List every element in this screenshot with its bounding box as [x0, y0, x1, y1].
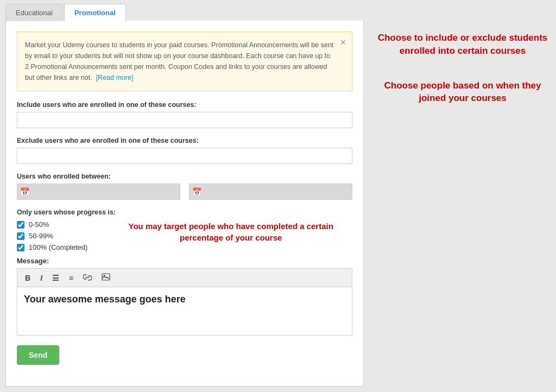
progress-0-50-label: 0-50% — [29, 220, 49, 229]
date-end-wrapper: 📅 — [189, 184, 352, 200]
progress-hint: You may target people who have completed… — [109, 220, 352, 243]
send-button[interactable]: Send — [17, 345, 59, 365]
right-panel: Choose to include or exclude students en… — [369, 21, 556, 392]
date-start-wrapper: 📅 — [17, 184, 180, 200]
progress-options-row: 0-50% 50-99% 100% (Completed) You may ta… — [17, 220, 352, 255]
include-field-group: Include users who are enrolled in one of… — [17, 101, 352, 128]
progress-50-99-checkbox[interactable] — [17, 232, 24, 240]
message-editor[interactable]: Your awesome message goes here — [17, 287, 352, 336]
svg-rect-0 — [102, 274, 110, 280]
alert-box: Market your Udemy courses to students in… — [17, 31, 352, 91]
alert-read-more-link[interactable]: [Read more] — [96, 74, 134, 81]
exclude-input[interactable] — [17, 148, 352, 164]
progress-0-50-row: 0-50% — [17, 220, 87, 229]
date-row: 📅 📅 — [17, 184, 352, 200]
enrolled-between-hint: Choose people based on when they joined … — [375, 79, 551, 105]
editor-toolbar: B I ☰ ≡ — [17, 268, 352, 287]
progress-100-row: 100% (Completed) — [17, 243, 87, 251]
progress-label: Only users whose progress is: — [17, 208, 352, 216]
italic-button[interactable]: I — [38, 273, 45, 283]
progress-checkboxes: 0-50% 50-99% 100% (Completed) — [17, 220, 87, 255]
date-end-input[interactable] — [189, 184, 352, 200]
enrolled-between-label: Users who enrolled between: — [17, 173, 352, 180]
tab-educational[interactable]: Educational — [5, 4, 63, 21]
image-button[interactable] — [99, 272, 112, 283]
message-label: Message: — [17, 257, 352, 265]
enrolled-between-group: Users who enrolled between: 📅 📅 — [17, 173, 352, 200]
left-panel: Market your Udemy courses to students in… — [5, 21, 364, 387]
main-area: Market your Udemy courses to students in… — [0, 21, 556, 392]
page-wrapper: Educational Promotional Market your Udem… — [0, 0, 556, 392]
progress-50-99-label: 50-99% — [29, 232, 53, 240]
link-button[interactable] — [81, 273, 94, 283]
progress-0-50-checkbox[interactable] — [17, 221, 24, 229]
include-label: Include users who are enrolled in one of… — [17, 101, 352, 109]
progress-100-checkbox[interactable] — [17, 244, 24, 251]
exclude-field-group: Exclude users who are enrolled in one of… — [17, 137, 352, 164]
date-start-input[interactable] — [17, 184, 180, 200]
progress-100-label: 100% (Completed) — [29, 243, 87, 251]
progress-50-99-row: 50-99% — [17, 232, 87, 240]
unordered-list-button[interactable]: ≡ — [67, 273, 75, 283]
exclude-label: Exclude users who are enrolled in one of… — [17, 137, 352, 144]
ordered-list-button[interactable]: ☰ — [50, 273, 61, 283]
message-section: Message: B I ☰ ≡ — [17, 257, 352, 336]
tab-promotional[interactable]: Promotional — [64, 4, 126, 21]
progress-section: Only users whose progress is: 0-50% 50-9… — [17, 208, 352, 255]
include-exclude-hint: Choose to include or exclude students en… — [375, 31, 551, 58]
bold-button[interactable]: B — [23, 273, 33, 283]
tabs-bar: Educational Promotional — [0, 0, 556, 21]
alert-close-button[interactable]: ✕ — [340, 36, 346, 48]
alert-text: Market your Udemy courses to students in… — [25, 41, 333, 81]
include-input[interactable] — [17, 112, 352, 128]
